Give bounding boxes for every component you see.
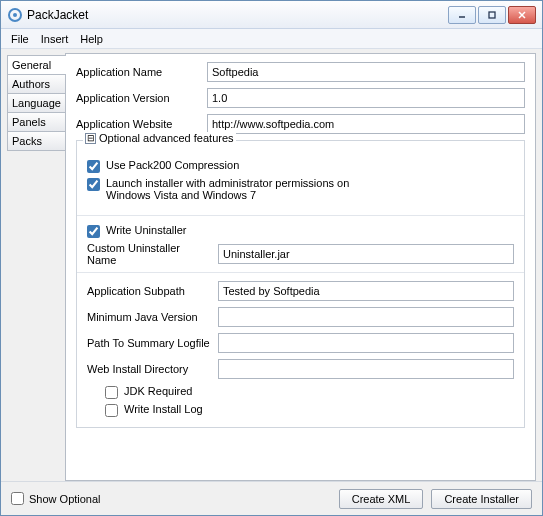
menu-file[interactable]: File — [5, 31, 35, 47]
jdk-required-checkbox[interactable] — [105, 386, 118, 399]
tab-packs[interactable]: Packs — [7, 131, 65, 151]
footer: Show Optional Create XML Create Installe… — [1, 481, 542, 515]
tab-authors[interactable]: Authors — [7, 74, 65, 94]
window-title: PackJacket — [27, 8, 448, 22]
menu-insert[interactable]: Insert — [35, 31, 75, 47]
tab-panels[interactable]: Panels — [7, 112, 65, 132]
show-optional-label: Show Optional — [29, 493, 101, 505]
app-subpath-input[interactable] — [218, 281, 514, 301]
app-name-label: Application Name — [76, 66, 201, 78]
summary-log-input[interactable] — [218, 333, 514, 353]
jdk-required-label: JDK Required — [124, 385, 514, 397]
min-java-input[interactable] — [218, 307, 514, 327]
app-website-input[interactable] — [207, 114, 525, 134]
custom-uninstaller-input[interactable] — [218, 244, 514, 264]
app-version-label: Application Version — [76, 92, 201, 104]
svg-point-1 — [13, 13, 17, 17]
write-install-log-checkbox[interactable] — [105, 404, 118, 417]
maximize-button[interactable] — [478, 6, 506, 24]
content-panel: Application Name Application Version App… — [65, 53, 536, 481]
tab-general[interactable]: General — [7, 55, 65, 75]
show-optional-checkbox[interactable] — [11, 492, 24, 505]
custom-uninstaller-label: Custom Uninstaller Name — [87, 242, 212, 266]
app-window: PackJacket File Insert Help General Auth… — [0, 0, 543, 516]
create-installer-button[interactable]: Create Installer — [431, 489, 532, 509]
use-pack200-checkbox[interactable] — [87, 160, 100, 173]
launch-admin-label: Launch installer with administrator perm… — [106, 177, 366, 201]
web-install-input[interactable] — [218, 359, 514, 379]
app-version-input[interactable] — [207, 88, 525, 108]
summary-log-label: Path To Summary Logfile — [87, 337, 212, 349]
app-name-input[interactable] — [207, 62, 525, 82]
web-install-label: Web Install Directory — [87, 363, 212, 375]
app-subpath-label: Application Subpath — [87, 285, 212, 297]
expander-icon[interactable]: ⊟ — [85, 133, 96, 144]
app-icon — [7, 7, 23, 23]
svg-rect-3 — [489, 12, 495, 18]
side-tabs: General Authors Language Panels Packs — [7, 53, 65, 481]
create-xml-button[interactable]: Create XML — [339, 489, 424, 509]
advanced-group: ⊟ Optional advanced features Use Pack200… — [76, 140, 525, 428]
write-install-log-label: Write Install Log — [124, 403, 514, 415]
titlebar: PackJacket — [1, 1, 542, 29]
advanced-header-label: Optional advanced features — [99, 132, 234, 144]
use-pack200-label: Use Pack200 Compression — [106, 159, 514, 171]
menubar: File Insert Help — [1, 29, 542, 49]
write-uninstaller-label: Write Uninstaller — [106, 224, 514, 236]
minimize-button[interactable] — [448, 6, 476, 24]
launch-admin-checkbox[interactable] — [87, 178, 100, 191]
close-button[interactable] — [508, 6, 536, 24]
min-java-label: Minimum Java Version — [87, 311, 212, 323]
write-uninstaller-checkbox[interactable] — [87, 225, 100, 238]
menu-help[interactable]: Help — [74, 31, 109, 47]
tab-language[interactable]: Language — [7, 93, 65, 113]
app-website-label: Application Website — [76, 118, 201, 130]
